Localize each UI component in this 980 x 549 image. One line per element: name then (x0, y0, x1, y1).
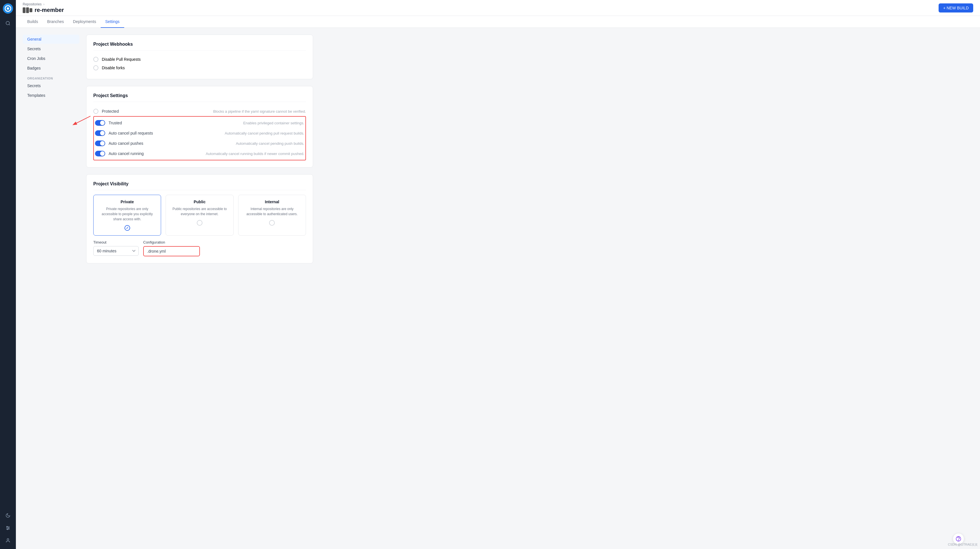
setting-trusted-desc: Enables privileged container settings. (243, 121, 304, 125)
visibility-public-radio-unchecked (197, 220, 202, 226)
repo-name: re-member (35, 7, 64, 13)
project-visibility-card: Project Visibility Private Private repos… (86, 174, 313, 263)
webhook-disable-pr-toggle[interactable] (93, 57, 99, 62)
configuration-label: Configuration (143, 240, 200, 244)
annotation-container: Trusted Enables privileged container set… (93, 116, 306, 160)
svg-point-3 (6, 21, 10, 25)
setting-auto-cancel-running-label: Auto cancel running (108, 151, 144, 156)
svg-point-11 (7, 538, 9, 540)
svg-point-8 (7, 526, 8, 527)
visibility-internal-desc: Internal repositories are only accessibl… (243, 206, 301, 217)
svg-point-2 (7, 7, 9, 10)
setting-protected-left: Protected (93, 109, 119, 114)
visibility-private-radio (98, 225, 156, 231)
webhooks-title: Project Webhooks (93, 42, 306, 51)
settings-nav-general[interactable]: General (23, 35, 80, 44)
settings-nav-cron-jobs[interactable]: Cron Jobs (23, 54, 80, 63)
webhook-disable-forks-toggle[interactable] (93, 65, 99, 70)
setting-auto-cancel-pushes-left: Auto cancel pushes (95, 140, 143, 146)
breadcrumb-separator: › (43, 2, 45, 6)
setting-trusted-label: Trusted (108, 121, 122, 125)
form-group-timeout: Timeout 30 minutes 60 minutes 90 minutes… (93, 240, 138, 256)
settings-sidebar: General Secrets Cron Jobs Badges ORGANIZ… (23, 35, 80, 542)
setting-auto-cancel-pr-switch[interactable] (95, 130, 105, 136)
webhook-disable-forks: Disable forks (93, 64, 306, 72)
webhook-disable-forks-label: Disable forks (102, 65, 125, 70)
project-webhooks-card: Project Webhooks Disable Pull Requests D… (86, 35, 313, 79)
setting-auto-cancel-running-switch[interactable] (95, 151, 105, 156)
user-avatar-icon[interactable] (3, 535, 13, 546)
visibility-public-radio (170, 220, 229, 226)
search-icon[interactable] (3, 18, 13, 29)
project-settings-card: Project Settings Protected Blocks a pipe… (86, 86, 313, 168)
nav-tabs: Builds Branches Deployments Settings (16, 16, 980, 28)
highlighted-toggles-box: Trusted Enables privileged container set… (93, 116, 306, 160)
webhook-disable-pr: Disable Pull Requests (93, 55, 306, 64)
repo-title: re-member (23, 7, 64, 13)
visibility-private-title: Private (98, 199, 156, 204)
top-header: Repositories › re-member + NEW BUILD (16, 0, 980, 16)
setting-protected-desc: Blocks a pipeline if the yaml signature … (213, 109, 306, 113)
project-visibility-title: Project Visibility (93, 181, 306, 190)
setting-auto-cancel-pushes: Auto cancel pushes Automatically cancel … (95, 138, 304, 148)
visibility-internal-title: Internal (243, 199, 301, 204)
svg-point-9 (8, 528, 10, 528)
setting-trusted-switch[interactable] (95, 120, 105, 126)
setting-auto-cancel-running-left: Auto cancel running (95, 151, 144, 156)
setting-auto-cancel-pushes-label: Auto cancel pushes (108, 141, 143, 145)
setting-auto-cancel-running: Auto cancel running Automatically cancel… (95, 148, 304, 159)
breadcrumb: Repositories › (23, 2, 64, 6)
setting-auto-cancel-pushes-desc: Automatically cancel pending push builds… (236, 141, 304, 145)
setting-auto-cancel-running-desc: Automatically cancel running builds if n… (205, 152, 304, 156)
form-group-configuration: Configuration (143, 240, 200, 256)
breadcrumb-repositories[interactable]: Repositories (23, 2, 42, 6)
webhook-disable-pr-label: Disable Pull Requests (102, 57, 141, 62)
settings-nav-org-secrets[interactable]: Secrets (23, 81, 80, 90)
app-logo[interactable] (3, 3, 13, 14)
watermark: CSDN @GTRAE次次 (948, 543, 978, 547)
setting-auto-cancel-pr-desc: Automatically cancel pending pull reques… (225, 131, 304, 136)
visibility-private-desc: Private repositories are only accessible… (98, 206, 156, 222)
content-area: General Secrets Cron Jobs Badges ORGANIZ… (16, 28, 980, 549)
visibility-internal[interactable]: Internal Internal repositories are only … (238, 195, 306, 236)
settings-nav-badges[interactable]: Badges (23, 64, 80, 73)
timeout-select[interactable]: 30 minutes 60 minutes 90 minutes 120 min… (93, 246, 138, 256)
svg-line-4 (9, 24, 10, 25)
settings-nav-secrets[interactable]: Secrets (23, 44, 80, 53)
tab-branches[interactable]: Branches (43, 16, 68, 28)
timeout-label: Timeout (93, 240, 138, 244)
form-row-timeout-config: Timeout 30 minutes 60 minutes 90 minutes… (93, 240, 306, 256)
setting-auto-cancel-pr-left: Auto cancel pull requests (95, 130, 153, 136)
settings-nav-templates[interactable]: Templates (23, 91, 80, 100)
setting-auto-cancel-pr: Auto cancel pull requests Automatically … (95, 128, 304, 138)
visibility-private[interactable]: Private Private repositories are only ac… (93, 195, 161, 236)
tab-settings[interactable]: Settings (101, 16, 124, 28)
visibility-internal-radio (243, 220, 301, 226)
tab-builds[interactable]: Builds (23, 16, 43, 28)
left-sidebar (0, 0, 16, 549)
project-settings-title: Project Settings (93, 93, 306, 102)
setting-auto-cancel-pr-label: Auto cancel pull requests (108, 131, 153, 136)
setting-trusted: Trusted Enables privileged container set… (95, 118, 304, 128)
svg-point-10 (7, 529, 8, 530)
tab-deployments[interactable]: Deployments (68, 16, 101, 28)
org-section-label: ORGANIZATION (23, 73, 80, 81)
repo-icon-placeholder (23, 7, 32, 13)
configuration-input[interactable] (143, 246, 200, 256)
setting-protected-toggle[interactable] (93, 109, 99, 114)
sliders-icon[interactable] (3, 523, 13, 533)
setting-protected-label: Protected (102, 109, 119, 113)
svg-point-15 (958, 540, 959, 541)
new-build-button[interactable]: + NEW BUILD (939, 3, 973, 13)
setting-auto-cancel-pushes-switch[interactable] (95, 140, 105, 146)
visibility-grid: Private Private repositories are only ac… (93, 195, 306, 236)
settings-content: Project Webhooks Disable Pull Requests D… (86, 35, 313, 542)
setting-protected: Protected Blocks a pipeline if the yaml … (93, 107, 306, 116)
visibility-public-title: Public (170, 199, 229, 204)
visibility-private-radio-checked (124, 225, 130, 231)
main-wrapper: Repositories › re-member + NEW BUILD Bui… (16, 0, 980, 549)
visibility-public[interactable]: Public Public repositories are accessibl… (165, 195, 233, 236)
moon-icon[interactable] (3, 511, 13, 520)
visibility-internal-radio-unchecked (269, 220, 275, 226)
visibility-public-desc: Public repositories are accessible to ev… (170, 206, 229, 217)
